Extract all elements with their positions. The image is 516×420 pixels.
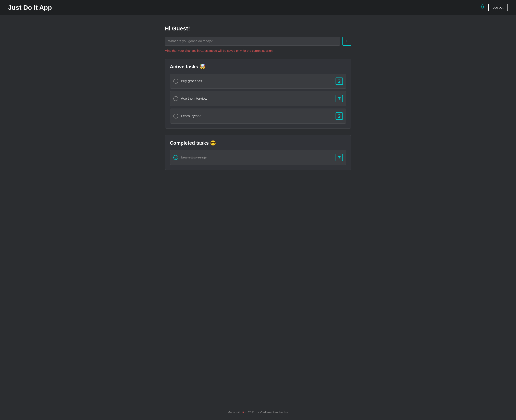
delete-task-button[interactable] [336,95,343,102]
task-left: Learn Express.js [173,155,207,160]
footer: Made with ♥ in 2021 by Vladlena Panchenk… [0,404,516,420]
task-left: Buy groceries [173,79,202,84]
active-tasks-section: Active tasks 🤯 Buy groceries Ace the int… [165,59,351,129]
task-complete-circle[interactable] [173,114,178,119]
task-left: Learn Python [173,114,201,119]
footer-text-after: in 2021 by Vladlena Panchenko. [245,411,288,414]
task-item: Buy groceries [170,74,346,89]
active-tasks-title: Active tasks 🤯 [170,64,346,70]
task-input-row: + [165,37,351,46]
app-header: Just Do It App Log out [0,0,516,15]
svg-line-8 [484,5,484,6]
heart-icon: ♥ [242,411,244,414]
completed-tasks-title: Completed tasks 😎 [170,140,346,146]
header-right: Log out [480,4,508,11]
delete-task-button[interactable] [336,112,343,120]
greeting: Hi Guest! [165,25,351,32]
task-complete-circle[interactable] [173,96,178,101]
active-tasks-list: Buy groceries Ace the interview [170,74,346,124]
delete-task-button[interactable] [336,77,343,85]
task-label: Buy groceries [181,79,202,83]
footer-text: Made with ♥ in 2021 by Vladlena Panchenk… [228,411,288,414]
task-label: Ace the interview [181,97,207,101]
guest-warning: Mind that your changes in Guest mode wil… [165,49,351,52]
task-item: Learn Express.js [170,150,346,165]
task-input[interactable] [165,37,340,46]
task-left: Ace the interview [173,96,207,101]
app-title: Just Do It App [8,4,52,11]
footer-text-before: Made with [228,411,241,414]
logout-button[interactable]: Log out [488,4,508,11]
svg-rect-18 [338,157,340,159]
delete-completed-task-button[interactable] [336,154,343,161]
task-item: Learn Python [170,109,346,124]
task-label: Learn Python [181,114,201,118]
task-item: Ace the interview [170,91,346,106]
add-task-button[interactable]: + [342,37,351,46]
svg-rect-12 [338,98,340,100]
main-content: Hi Guest! + Mind that your changes in Gu… [157,15,360,404]
svg-point-0 [481,6,484,8]
task-complete-circle[interactable] [173,79,178,84]
task-label-completed: Learn Express.js [181,155,207,159]
completed-tasks-section: Completed tasks 😎 Learn Express.js [165,135,351,170]
theme-icon[interactable] [480,4,485,11]
svg-line-3 [481,5,481,6]
svg-rect-9 [338,80,340,82]
svg-rect-15 [338,115,340,118]
task-check-circle[interactable] [173,155,178,160]
completed-tasks-list: Learn Express.js [170,150,346,165]
